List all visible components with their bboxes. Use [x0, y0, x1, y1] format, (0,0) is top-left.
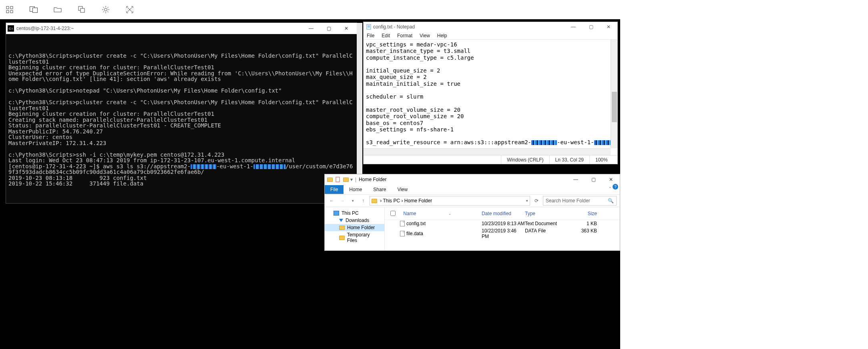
terminal-body[interactable]: c:\Python38\Scripts>pcluster create -c "… — [6, 34, 357, 203]
minimize-button[interactable]: — — [567, 174, 585, 185]
tree-node-downloads[interactable]: Downloads — [325, 217, 384, 224]
notepad-hscroll[interactable] — [364, 148, 611, 155]
svg-line-13 — [103, 7, 104, 8]
minimize-button[interactable]: — — [302, 23, 320, 34]
status-encoding: Windows (CRLF) — [501, 155, 549, 164]
maximize-button[interactable]: ▢ — [585, 174, 602, 185]
terminal-titlebar[interactable]: C:\ centos@ip-172-31-4-223:~ — ▢ ✕ — [6, 23, 357, 34]
tree-node-temporary files[interactable]: Temporary Files — [325, 231, 384, 244]
menu-format[interactable]: Format — [397, 33, 412, 38]
svg-rect-7 — [80, 8, 84, 12]
notepad-titlebar[interactable]: config.txt - Notepad — ▢ ✕ — [364, 22, 617, 32]
dual-monitor-icon[interactable] — [30, 6, 38, 14]
svg-rect-2 — [6, 10, 9, 13]
refresh-button[interactable]: ⟳ — [532, 197, 540, 205]
maximize-button[interactable]: ▢ — [582, 22, 600, 32]
chevron-down-icon[interactable]: ▾ — [526, 199, 528, 203]
page-icon — [335, 177, 341, 182]
terminal-title: centos@ip-172-31-4-223:~ — [16, 26, 74, 31]
help-button[interactable]: ? — [613, 184, 618, 190]
maximize-button[interactable]: ▢ — [320, 23, 338, 34]
apps-icon[interactable] — [6, 6, 14, 14]
search-icon: 🔍 — [608, 198, 614, 204]
app-toolbar — [0, 0, 868, 19]
menu-view[interactable]: View — [420, 33, 430, 38]
menu-file[interactable]: File — [367, 33, 374, 38]
close-button[interactable]: ✕ — [600, 22, 617, 32]
terminal-app-icon: C:\ — [8, 25, 14, 32]
file-icon — [400, 231, 405, 236]
sort-indicator-icon: ⌃ — [448, 214, 451, 217]
notepad-content[interactable]: vpc_settings = medar-vpc-16 master_insta… — [364, 40, 617, 155]
address-bar[interactable]: › This PC › Home Folder ▾ — [370, 196, 530, 206]
svg-rect-3 — [10, 10, 13, 13]
select-all-checkbox[interactable] — [390, 211, 396, 216]
notepad-title: config.txt - Notepad — [373, 24, 415, 30]
search-input[interactable]: Search Home Folder 🔍 — [543, 196, 617, 206]
tree-node-home folder[interactable]: Home Folder — [325, 224, 384, 231]
terminal-window: C:\ centos@ip-172-31-4-223:~ — ▢ ✕ c:\Py… — [6, 22, 357, 204]
folder-icon — [372, 199, 377, 203]
svg-line-14 — [107, 11, 108, 12]
breadcrumb-segment[interactable]: › Home Folder — [400, 198, 432, 204]
explorer-window: ▾ | Home Folder — ▢ ✕ FileHomeShareView … — [324, 174, 620, 251]
ribbon-expand-icon[interactable]: ⌄ — [609, 185, 612, 189]
explorer-file-list[interactable]: Name⌃ Date modified Type Size config.txt… — [385, 207, 620, 250]
svg-rect-5 — [33, 8, 38, 13]
tab-file[interactable]: File — [325, 185, 344, 194]
menu-help[interactable]: Help — [437, 33, 447, 38]
fullscreen-icon[interactable] — [126, 6, 134, 14]
copy-icon[interactable] — [78, 6, 86, 14]
recent-locations-button[interactable]: ▾ — [349, 197, 357, 205]
tab-home[interactable]: Home — [344, 185, 368, 194]
status-caret-pos: Ln 33, Col 29 — [549, 155, 589, 164]
tab-share[interactable]: Share — [368, 185, 392, 194]
explorer-navbar: ← → ▾ ↑ › This PC › Home Folder ▾ ⟳ Sear… — [325, 194, 620, 207]
tree-node-this pc[interactable]: This PC — [325, 210, 384, 217]
search-placeholder: Search Home Folder — [546, 198, 590, 204]
svg-line-16 — [107, 7, 108, 8]
explorer-nav-tree[interactable]: This PCDownloadsHome FolderTemporary Fil… — [325, 207, 385, 250]
svg-point-8 — [104, 8, 107, 11]
explorer-ribbon: FileHomeShareView — [325, 185, 620, 194]
notepad-statusbar: Windows (CRLF) Ln 33, Col 29 100% — [364, 155, 617, 164]
close-button[interactable]: ✕ — [602, 174, 620, 185]
file-icon — [400, 221, 405, 226]
svg-rect-23 — [336, 177, 340, 182]
forward-button[interactable]: → — [338, 197, 346, 205]
close-button[interactable]: ✕ — [338, 23, 355, 34]
folder-icon — [343, 178, 349, 182]
tab-view[interactable]: View — [392, 185, 413, 194]
notepad-vscroll[interactable] — [611, 40, 617, 148]
status-zoom: 100% — [589, 155, 617, 164]
svg-rect-1 — [10, 6, 13, 9]
menu-edit[interactable]: Edit — [382, 33, 390, 38]
column-headers[interactable]: Name⌃ Date modified Type Size — [385, 207, 620, 220]
folder-icon[interactable] — [54, 6, 62, 14]
up-button[interactable]: ↑ — [359, 197, 367, 205]
notepad-app-icon — [366, 24, 372, 30]
gear-icon[interactable] — [102, 6, 110, 14]
svg-rect-0 — [6, 6, 9, 9]
breadcrumb-segment[interactable]: › This PC — [379, 198, 400, 204]
explorer-app-icon — [327, 178, 333, 182]
table-row[interactable]: file.data 10/22/2019 3:46 PM DATA File 3… — [385, 227, 620, 240]
back-button[interactable]: ← — [328, 197, 336, 205]
minimize-button[interactable]: — — [565, 22, 582, 32]
table-row[interactable]: config.txt 10/23/2019 8:13 AM Text Docum… — [385, 220, 620, 227]
explorer-titlebar[interactable]: ▾ | Home Folder — ▢ ✕ — [325, 174, 620, 185]
svg-line-15 — [103, 11, 104, 12]
explorer-title: Home Folder — [359, 177, 386, 182]
svg-rect-19 — [367, 24, 371, 29]
notepad-menubar: FileEditFormatViewHelp — [364, 32, 617, 40]
notepad-window: config.txt - Notepad — ▢ ✕ FileEditForma… — [363, 22, 618, 164]
